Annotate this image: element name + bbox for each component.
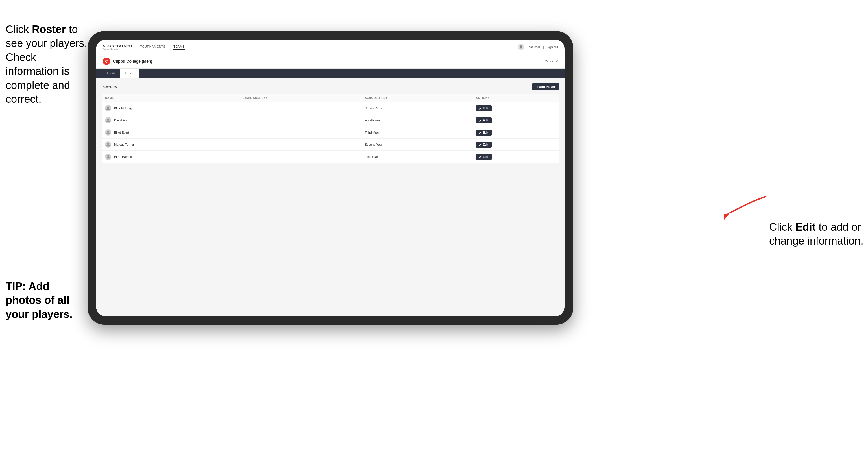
svg-point-7 bbox=[107, 155, 109, 157]
instruction-tip: TIP: Add photos of all your players. bbox=[6, 280, 88, 321]
player-email bbox=[239, 151, 362, 163]
player-actions: Edit bbox=[472, 102, 559, 114]
table-row: Piers Parnell First Year Edit bbox=[102, 151, 559, 163]
player-actions: Edit bbox=[472, 138, 559, 151]
col-name: NAME bbox=[102, 94, 239, 102]
col-email: EMAIL ADDRESS bbox=[239, 94, 362, 102]
col-school-year: SCHOOL YEAR bbox=[362, 94, 472, 102]
player-avatar bbox=[105, 105, 111, 111]
player-name-cell: Marcus Turner bbox=[102, 138, 239, 151]
app-logo: SCOREBOARD Powered by clippi bbox=[103, 44, 132, 50]
player-actions: Edit bbox=[472, 151, 559, 163]
player-name-cell: Elliot Ebert bbox=[102, 126, 239, 138]
player-school-year: Third Year bbox=[362, 126, 472, 138]
nav-items: TOURNAMENTS TEAMS bbox=[140, 44, 518, 50]
signout-link[interactable]: Sign out bbox=[547, 45, 558, 49]
header-right: Test User | Sign out bbox=[518, 44, 558, 50]
cancel-button[interactable]: Cancel ✕ bbox=[545, 60, 558, 63]
add-player-button[interactable]: + Add Player bbox=[532, 83, 559, 90]
edit-player-button[interactable]: Edit bbox=[476, 118, 492, 123]
user-icon bbox=[518, 44, 524, 50]
close-icon: ✕ bbox=[555, 60, 558, 63]
player-name: Blair McHarg bbox=[114, 106, 132, 110]
instruction-top: Click Roster to see your players. Check … bbox=[6, 23, 88, 106]
edit-player-button[interactable]: Edit bbox=[476, 105, 492, 111]
team-logo: C bbox=[103, 58, 110, 65]
app-header: SCOREBOARD Powered by clippi TOURNAMENTS… bbox=[96, 39, 565, 54]
user-label: Test User bbox=[527, 45, 540, 49]
player-avatar bbox=[105, 142, 111, 148]
svg-point-5 bbox=[107, 131, 109, 132]
player-email bbox=[239, 138, 362, 151]
svg-point-3 bbox=[107, 106, 109, 108]
team-name: Clippd College (Men) bbox=[113, 59, 152, 64]
nav-teams[interactable]: TEAMS bbox=[174, 44, 185, 50]
content-area: PLAYERS + Add Player NAME EMAIL ADDRESS … bbox=[96, 79, 565, 316]
table-row: Blair McHarg Second Year Edit bbox=[102, 102, 559, 114]
player-name: Marcus Turner bbox=[114, 143, 134, 146]
nav-tournaments[interactable]: TOURNAMENTS bbox=[140, 44, 165, 50]
players-title: PLAYERS bbox=[102, 85, 117, 88]
edit-player-button[interactable]: Edit bbox=[476, 154, 492, 160]
player-avatar bbox=[105, 154, 111, 160]
player-actions: Edit bbox=[472, 114, 559, 126]
table-row: Marcus Turner Second Year Edit bbox=[102, 138, 559, 151]
tab-roster[interactable]: Roster bbox=[120, 69, 140, 79]
player-school-year: Fourth Year bbox=[362, 114, 472, 126]
player-name-cell: Piers Parnell bbox=[102, 151, 239, 163]
tablet-frame: SCOREBOARD Powered by clippi TOURNAMENTS… bbox=[88, 31, 573, 325]
player-email bbox=[239, 114, 362, 126]
player-avatar bbox=[105, 117, 111, 123]
player-school-year: Second Year bbox=[362, 138, 472, 151]
logo-title: SCOREBOARD bbox=[103, 44, 132, 48]
player-name: David Ford bbox=[114, 119, 129, 122]
separator: | bbox=[543, 45, 544, 49]
svg-point-6 bbox=[107, 143, 109, 145]
instruction-right: Click Edit to add or change information. bbox=[769, 220, 865, 248]
player-avatar bbox=[105, 129, 111, 135]
tab-details[interactable]: Details bbox=[100, 69, 120, 79]
cancel-label: Cancel bbox=[545, 60, 554, 63]
player-email bbox=[239, 102, 362, 114]
table-row: Elliot Ebert Third Year Edit bbox=[102, 126, 559, 138]
edit-player-button[interactable]: Edit bbox=[476, 142, 492, 148]
logo-subtitle: Powered by clippi bbox=[103, 48, 132, 50]
svg-point-2 bbox=[520, 45, 522, 46]
player-name-cell: Blair McHarg bbox=[102, 102, 239, 114]
tabs-bar: Details Roster bbox=[96, 69, 565, 79]
player-name: Elliot Ebert bbox=[114, 131, 129, 134]
player-actions: Edit bbox=[472, 126, 559, 138]
player-name: Piers Parnell bbox=[114, 155, 132, 158]
arrow-to-edit bbox=[724, 192, 769, 220]
player-school-year: Second Year bbox=[362, 102, 472, 114]
tablet-screen: SCOREBOARD Powered by clippi TOURNAMENTS… bbox=[96, 39, 565, 316]
svg-point-4 bbox=[107, 119, 109, 120]
player-school-year: First Year bbox=[362, 151, 472, 163]
players-header: PLAYERS + Add Player bbox=[102, 83, 559, 90]
table-row: David Ford Fourth Year Edit bbox=[102, 114, 559, 126]
player-name-cell: David Ford bbox=[102, 114, 239, 126]
team-name-row: C Clippd College (Men) bbox=[103, 58, 152, 65]
col-actions: ACTIONS bbox=[472, 94, 559, 102]
edit-player-button[interactable]: Edit bbox=[476, 130, 492, 135]
players-table: NAME EMAIL ADDRESS SCHOOL YEAR ACTIONS B… bbox=[102, 94, 559, 163]
player-email bbox=[239, 126, 362, 138]
team-header: C Clippd College (Men) Cancel ✕ bbox=[96, 54, 565, 69]
